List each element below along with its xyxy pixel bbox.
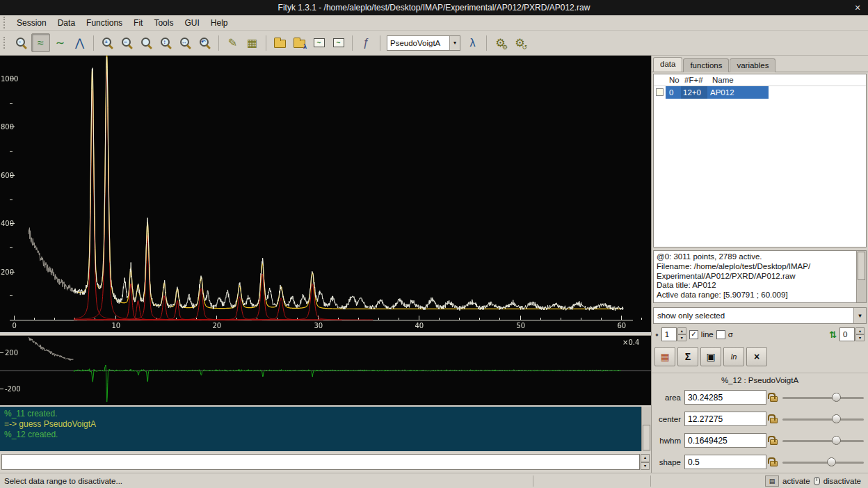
aux-plot-canvas[interactable] — [0, 336, 651, 405]
sum-button[interactable]: Σ — [677, 347, 698, 366]
add-peak-mode-button[interactable]: ⋀ — [70, 33, 89, 52]
script-editor-button[interactable]: ✎ — [223, 33, 242, 52]
shift-arrows-icon: ⇅ — [829, 330, 837, 340]
zoom-out-button[interactable]: − — [118, 33, 136, 52]
param-input-area[interactable] — [684, 390, 766, 405]
status-config-button[interactable]: ▤ — [765, 475, 779, 487]
copy-plot-button[interactable]: ~ — [310, 33, 328, 52]
command-history-up-button[interactable]: ▴ — [641, 454, 650, 462]
dataset-row[interactable]: 0 12+0 AP012 — [654, 86, 866, 99]
main-plot-canvas[interactable] — [0, 56, 651, 332]
lock-icon[interactable] — [770, 439, 778, 445]
slider-thumb[interactable] — [832, 436, 841, 445]
toolbar-separator — [93, 35, 94, 51]
slider-thumb[interactable] — [832, 414, 841, 423]
console-line: %_11 created. — [4, 409, 638, 419]
open-data-button[interactable] — [271, 33, 289, 52]
param-slider-center[interactable] — [781, 413, 865, 425]
data-transform-icon: ƒ — [363, 38, 369, 49]
param-input-shape[interactable] — [684, 455, 766, 469]
param-slider-hwhm[interactable] — [781, 434, 865, 447]
window-title: Fityk 1.3.1 - /home/aleplo/test/Desktop/… — [278, 3, 590, 13]
point-size-value: 1 — [661, 327, 677, 341]
display-controls: ● 1 ▴ ▾ ✓ line σ ⇅ 0 ▴ ▾ — [652, 325, 868, 343]
zoom-horizontal-button[interactable]: ↔ — [176, 33, 195, 52]
point-size-spinner[interactable]: 1 ▴ ▾ — [661, 327, 686, 341]
param-row-hwhm: hwhm — [654, 430, 865, 451]
action-buttons: ▦Σ▣ln× — [652, 345, 868, 368]
toolbar-separator — [352, 35, 353, 51]
zoom-in-button[interactable]: + — [98, 33, 117, 52]
param-slider-shape[interactable] — [781, 456, 865, 469]
param-slider-area[interactable] — [781, 391, 865, 404]
data-grid-button-icon: ▦ — [660, 351, 669, 362]
lock-icon[interactable] — [770, 461, 778, 466]
tab-data[interactable]: data — [653, 57, 682, 72]
menu-item-session[interactable]: Session — [11, 16, 52, 30]
fit-undo-button[interactable]: ⚙↺ — [511, 33, 529, 52]
menu-item-gui[interactable]: GUI — [179, 16, 204, 30]
menu-item-help[interactable]: Help — [205, 16, 234, 30]
dataset-number: 0 — [666, 88, 681, 97]
zoom-vertical-button[interactable]: ↕ — [156, 33, 175, 52]
filter-dropdown[interactable]: show only selected ▾ — [653, 307, 867, 324]
fit-run-button[interactable]: ⚙⚙ — [491, 33, 510, 52]
param-input-center[interactable] — [684, 412, 766, 426]
data-grid-button[interactable]: ▦ — [654, 347, 675, 366]
transform-button-icon: ln — [731, 352, 737, 361]
auto-add-peak-button[interactable]: λ — [463, 33, 482, 52]
dataset-info-text: @0: 3011 points, 2789 active. Filename: … — [657, 252, 810, 299]
folder-badge-icon: λ — [303, 43, 307, 50]
magnifier-modifier: ↔ — [180, 38, 188, 46]
param-input-hwhm[interactable] — [684, 433, 766, 448]
lock-icon[interactable] — [770, 418, 778, 423]
shift-down-button[interactable]: ▾ — [855, 334, 865, 341]
menu-item-functions[interactable]: Functions — [81, 16, 128, 30]
transform-button[interactable]: ln — [723, 347, 744, 366]
script-editor-icon: ✎ — [228, 38, 237, 49]
command-row: ▴ ▾ — [0, 453, 651, 471]
info-scrollbar-thumb[interactable] — [858, 252, 865, 280]
zoom-rect-mode-button[interactable]: ▫ — [12, 33, 31, 52]
main-area: %_11 created.=-> guess PseudoVoigtA%_12 … — [0, 56, 868, 473]
function-type-combo[interactable]: PseudoVoigtA▾ — [387, 35, 460, 51]
tab-functions[interactable]: functions — [683, 58, 729, 72]
data-transform-button[interactable]: ƒ — [357, 33, 376, 52]
console-scrollbar[interactable] — [641, 407, 651, 451]
dataset-checkbox[interactable] — [656, 88, 664, 96]
close-icon[interactable]: ✕ — [850, 0, 865, 15]
console-scrollbar-thumb[interactable] — [643, 425, 650, 450]
point-size-down-button[interactable]: ▾ — [677, 334, 686, 341]
slider-thumb[interactable] — [832, 393, 841, 402]
param-row-center: center — [654, 408, 865, 430]
command-history-down-button[interactable]: ▾ — [641, 462, 650, 471]
delete-button[interactable]: × — [746, 347, 767, 366]
copy-data-button[interactable]: ▣ — [700, 347, 721, 366]
sigma-checkbox[interactable] — [716, 330, 725, 339]
shift-spinner[interactable]: 0 ▴ ▾ — [839, 327, 865, 341]
execute-script-button[interactable]: λ — [290, 33, 309, 52]
magnifier-modifier: ▫ — [16, 38, 24, 46]
menu-item-fit[interactable]: Fit — [128, 16, 148, 30]
disactivate-label[interactable]: disactivate — [823, 477, 861, 485]
data-table-button[interactable]: ▦ — [243, 33, 262, 52]
shift-up-button[interactable]: ▴ — [855, 327, 865, 334]
data-range-mode-button[interactable]: ≈ — [31, 33, 50, 52]
lock-icon[interactable] — [770, 396, 778, 402]
info-scrollbar[interactable] — [856, 251, 866, 302]
zoom-previous-button[interactable]: ↶ — [195, 33, 214, 52]
console-line: %_12 created. — [4, 430, 638, 440]
menu-item-data[interactable]: Data — [52, 16, 81, 30]
magnifier-modifier: − — [122, 38, 129, 46]
line-checkbox[interactable]: ✓ — [689, 330, 698, 339]
baseline-mode-button[interactable]: ∼ — [51, 33, 70, 52]
tab-variables[interactable]: variables — [730, 58, 775, 72]
menu-item-tools[interactable]: Tools — [148, 16, 179, 30]
activate-label[interactable]: activate — [782, 477, 810, 485]
point-size-up-button[interactable]: ▴ — [677, 327, 686, 334]
command-input[interactable] — [1, 454, 640, 470]
slider-thumb[interactable] — [827, 457, 836, 466]
zoom-all-button[interactable] — [137, 33, 156, 52]
dataset-list: No #F+# Name 0 12+0 AP012 — [653, 74, 867, 247]
save-image-button[interactable]: ~ — [329, 33, 348, 52]
